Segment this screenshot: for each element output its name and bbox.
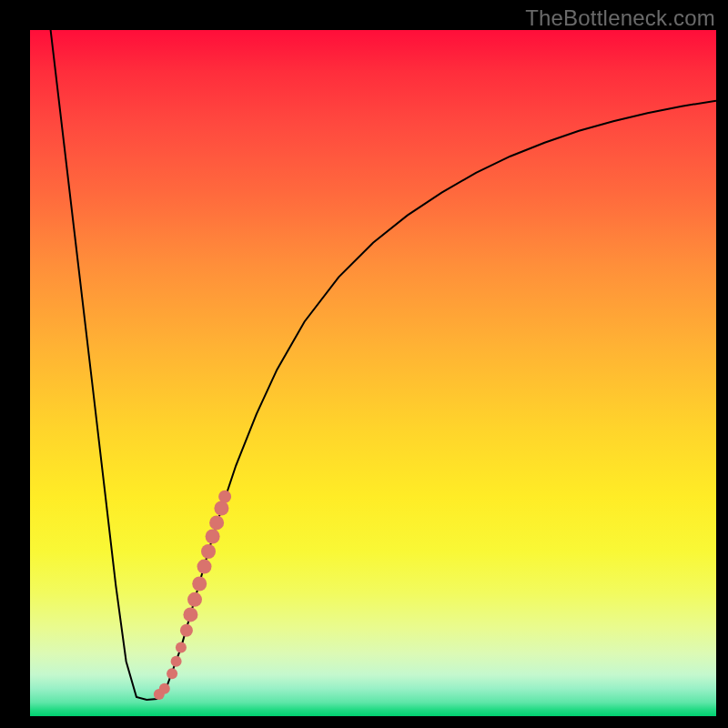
bottleneck-curve	[51, 30, 716, 700]
chart-frame: TheBottleneck.com	[0, 0, 728, 728]
plot-area	[30, 30, 716, 716]
data-dot	[176, 642, 187, 653]
data-dot	[206, 530, 220, 544]
data-dot	[171, 656, 182, 667]
data-dot	[209, 515, 224, 530]
data-dot	[180, 624, 193, 637]
data-dot	[167, 668, 177, 679]
data-dot	[218, 490, 231, 503]
data-dot	[201, 544, 216, 559]
data-dot	[187, 592, 202, 607]
watermark-text: TheBottleneck.com	[525, 5, 715, 31]
data-dots	[154, 490, 231, 700]
data-dot	[214, 501, 228, 516]
chart-svg	[30, 30, 716, 716]
data-dot	[159, 683, 170, 694]
data-dot	[197, 560, 212, 574]
data-dot	[192, 577, 207, 592]
data-dot	[183, 607, 197, 622]
